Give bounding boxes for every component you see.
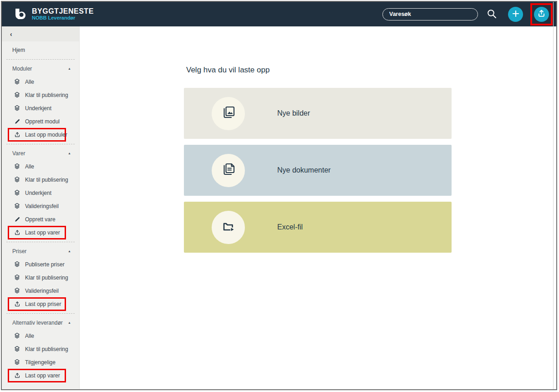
sidebar-item-underkjent[interactable]: Underkjent — [2, 102, 79, 115]
search-icon — [486, 8, 497, 20]
sidebar-item-last-opp-varer[interactable]: Last opp varer — [8, 226, 66, 239]
card-icon-circle — [212, 154, 245, 187]
byggtjeneste-logo-icon — [14, 7, 27, 21]
sidebar-item-label: Last opp moduler — [25, 132, 67, 138]
chevron-up-icon[interactable]: ▲ — [68, 152, 71, 155]
brand-title: BYGGTJENESTE — [32, 8, 94, 15]
card-label: Nye dokumenter — [277, 166, 330, 174]
sidebar-item-label: Underkjent — [25, 190, 51, 196]
layers-icon — [14, 332, 20, 339]
section-label: Moduler — [12, 66, 32, 72]
sidebar-item-label: Last opp varer — [25, 229, 60, 236]
layers-icon — [14, 163, 20, 170]
chevron-up-icon[interactable]: ▲ — [68, 321, 71, 324]
sidebar-item-label: Klar til publisering — [25, 275, 68, 281]
layers-icon — [14, 176, 20, 183]
add-button[interactable] — [508, 7, 523, 22]
sidebar-item-klar-til-publisering[interactable]: Klar til publisering — [2, 88, 79, 102]
card-icon-circle — [212, 211, 245, 244]
sidebar-item-klar-til-publisering[interactable]: Klar til publisering — [2, 271, 79, 284]
upload-button-highlight — [530, 3, 553, 25]
upload-card-nye-dokumenter[interactable]: Nye dokumenter — [184, 145, 452, 196]
brand-subtitle: NOBB Leverandør — [32, 15, 94, 21]
pencil-icon — [14, 216, 20, 223]
sidebar-item-label: Valideringsfeil — [25, 203, 59, 209]
scroll-track[interactable] — [553, 2, 554, 389]
sidebar-item-valideringsfeil[interactable]: Valideringsfeil — [2, 284, 79, 297]
layers-icon — [14, 92, 20, 98]
sidebar-item-label: Alle — [25, 333, 34, 339]
sidebar-item-label: Klar til publisering — [25, 92, 68, 98]
sidebar-item-klar-til-publisering[interactable]: Klar til publisering — [2, 173, 79, 186]
layers-icon — [14, 346, 20, 352]
layers-icon — [14, 274, 20, 281]
chevron-up-icon[interactable]: ▲ — [68, 249, 71, 253]
upload-icon — [14, 132, 20, 138]
sidebar-item-label: Last opp priser — [25, 301, 61, 307]
search-input[interactable] — [382, 8, 478, 20]
section-label: Priser — [12, 248, 26, 255]
page-title: Velg hva du vil laste opp — [186, 66, 556, 75]
search-button[interactable] — [486, 8, 497, 20]
sidebar-item-label: Alle — [25, 79, 34, 85]
sidebar-item-label: Klar til publisering — [25, 346, 68, 352]
upload-icon — [14, 372, 20, 379]
sidebar-item-opprett-modul[interactable]: Opprett modul — [2, 115, 79, 128]
upload-icon — [537, 9, 546, 19]
sidebar-item-klar-til-publisering[interactable]: Klar til publisering — [2, 342, 79, 356]
sidebar-item-label: Underkjent — [25, 105, 51, 112]
card-icon-circle — [212, 97, 245, 130]
upload-button[interactable] — [534, 7, 549, 22]
upload-icon — [14, 301, 20, 308]
pencil-icon — [14, 118, 20, 125]
layers-icon — [14, 359, 20, 366]
divider — [6, 144, 75, 144]
layers-icon — [14, 203, 20, 209]
sidebar-section-priser[interactable]: Priser ▲ — [2, 244, 79, 258]
documents-icon — [220, 161, 237, 179]
sidebar-item-last-opp-priser[interactable]: Last opp priser — [8, 297, 66, 311]
sidebar-item-alle[interactable]: Alle — [2, 75, 79, 88]
sidebar-item-label: Alle — [25, 163, 34, 170]
brand-logo[interactable]: BYGGTJENESTE NOBB Leverandør — [14, 7, 94, 21]
top-header: BYGGTJENESTE NOBB Leverandør — [2, 2, 556, 26]
sidebar-section-moduler[interactable]: Moduler ▲ — [2, 62, 79, 75]
images-icon — [220, 104, 237, 122]
sidebar-item-last-opp-moduler[interactable]: Last opp moduler — [8, 128, 66, 142]
card-label: Nye bilder — [277, 109, 310, 117]
sidebar-item-valideringsfeil[interactable]: Valideringsfeil — [2, 199, 79, 213]
upload-card-nye-bilder[interactable]: Nye bilder — [184, 88, 452, 139]
app-window: BYGGTJENESTE NOBB Leverandør — [1, 1, 557, 390]
sidebar-item-label: Last opp varer — [25, 372, 60, 379]
sidebar-item-last-opp-varer-alternativ[interactable]: Last opp varer — [8, 369, 66, 382]
chevron-left-icon[interactable]: ‹ — [10, 31, 12, 38]
sidebar-section-varer[interactable]: Varer ▲ — [2, 147, 79, 160]
plus-icon — [512, 10, 520, 19]
sidebar-item-alle[interactable]: Alle — [2, 160, 79, 173]
sidebar-item-hjem[interactable]: Hjem — [2, 43, 79, 57]
layers-icon — [14, 105, 20, 112]
sidebar-item-opprett-vare[interactable]: Opprett vare — [2, 213, 79, 226]
section-label: Varer — [12, 150, 25, 157]
upload-card-excel-fil[interactable]: Excel-fil — [184, 202, 452, 253]
sidebar-section-alternativ-leverandor[interactable]: Alternativ leverandør ▲ — [2, 316, 79, 329]
divider — [6, 59, 75, 60]
layers-icon — [14, 261, 20, 268]
sidebar-collapse-bar: ‹ — [2, 26, 79, 41]
sidebar-item-alle[interactable]: Alle — [2, 329, 79, 342]
upload-icon — [14, 229, 20, 236]
sidebar-item-label: Tilgjengelige — [25, 359, 56, 366]
sidebar-item-label: Opprett modul — [25, 118, 60, 125]
layers-icon — [14, 189, 20, 196]
main-content: Velg hva du vil laste opp Nye bilder — [80, 26, 556, 389]
folder-export-icon — [220, 218, 237, 236]
sidebar-item-label: Klar til publisering — [25, 177, 68, 183]
sidebar: ‹ Hjem Moduler ▲ Alle Klar til — [2, 26, 80, 389]
layers-icon — [14, 78, 20, 85]
chevron-up-icon[interactable]: ▲ — [68, 67, 71, 70]
sidebar-item-underkjent[interactable]: Underkjent — [2, 186, 79, 199]
sidebar-item-publiserte-priser[interactable]: Publiserte priser — [2, 258, 79, 271]
sidebar-item-label: Opprett vare — [25, 216, 56, 223]
sidebar-item-tilgjengelige[interactable]: Tilgjengelige — [2, 356, 79, 369]
sidebar-item-label: Hjem — [12, 47, 25, 53]
